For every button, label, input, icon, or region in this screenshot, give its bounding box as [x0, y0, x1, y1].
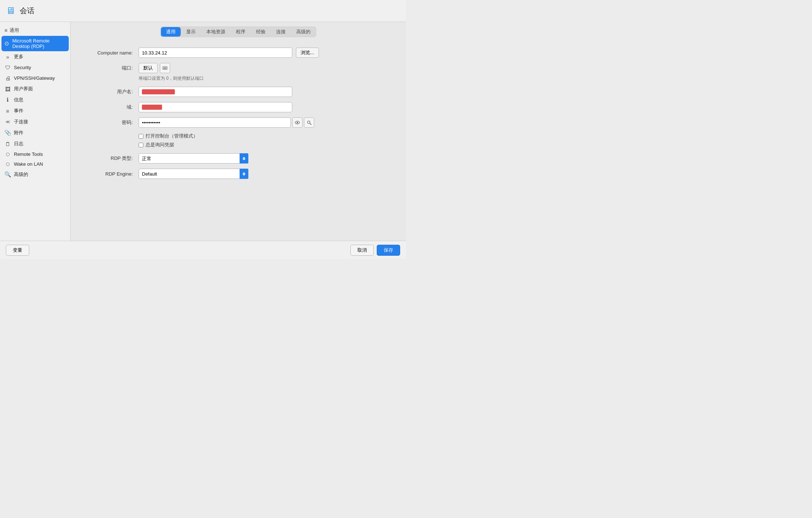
app-icon: 🖥	[6, 5, 15, 16]
svg-rect-4	[163, 68, 166, 69]
ask-credentials-checkbox-label: 总是询问凭据	[146, 142, 174, 148]
sidebar-item-info[interactable]: ℹ 信息	[0, 94, 70, 105]
ask-credentials-checkbox-row: 总是询问凭据	[139, 142, 391, 148]
sidebar-item-sub-label: 子连接	[14, 119, 28, 125]
rdp-type-row: RDP 类型: 正常 增强	[85, 153, 391, 164]
tab-local[interactable]: 本地资源	[201, 27, 230, 37]
port-hint-row: 将端口设置为 0，则使用默认端口	[85, 75, 391, 82]
rdp-icon: ⊙	[4, 40, 10, 47]
domain-input-wrapper[interactable]	[139, 102, 292, 112]
arrow-up-icon	[243, 157, 245, 158]
sidebar-item-ui-label: 用户界面	[14, 86, 33, 92]
password-row: 密码:	[85, 117, 391, 128]
console-checkbox[interactable]	[139, 134, 143, 139]
more-icon: »	[4, 54, 11, 60]
sidebar-item-remote-tools[interactable]: ⬡ Remote Tools	[0, 149, 70, 159]
tabs-bar: 通用 显示 本地资源 程序 经验 连接 高级的	[71, 22, 406, 40]
sidebar-item-security[interactable]: 🛡 Security	[0, 62, 70, 73]
rdp-engine-select[interactable]: Default FreeRDP Microsoft	[139, 169, 248, 179]
tab-experience[interactable]: 经验	[251, 27, 271, 37]
username-redacted	[142, 89, 175, 94]
svg-rect-3	[166, 67, 166, 68]
cancel-button[interactable]: 取消	[350, 245, 374, 256]
rdp-engine-arrow	[240, 169, 248, 179]
sidebar-item-advanced[interactable]: 🔍 高级的	[0, 169, 70, 180]
tab-connect[interactable]: 连接	[271, 27, 291, 37]
security-icon: 🛡	[4, 64, 11, 71]
tab-program[interactable]: 程序	[231, 27, 251, 37]
sidebar-item-sub[interactable]: ≪ 子连接	[0, 116, 70, 127]
bottom-bar: 变量 取消 保存	[0, 241, 406, 259]
svg-rect-1	[163, 67, 164, 68]
port-hint-text: 将端口设置为 0，则使用默认端口	[139, 75, 204, 82]
sidebar-item-rdp-label: Microsoft Remote Desktop (RDP)	[12, 38, 66, 49]
show-password-button[interactable]	[292, 117, 302, 128]
sidebar-item-vpn[interactable]: 🖨 VPN/SSH/Gateway	[0, 73, 70, 83]
main-layout: ≡ 通用 ⊙ Microsoft Remote Desktop (RDP) » …	[0, 22, 406, 241]
sidebar-item-attach-label: 附件	[14, 130, 23, 136]
domain-row: 域:	[85, 102, 391, 112]
sidebar-item-wol[interactable]: ⬡ Wake on LAN	[0, 159, 70, 169]
bottom-left-actions: 变量	[6, 245, 29, 256]
port-icon-button[interactable]	[160, 63, 170, 73]
sidebar-item-more-label: 更多	[14, 53, 23, 60]
remote-tools-icon: ⬡	[4, 152, 11, 157]
sidebar-item-ui[interactable]: 🖼 用户界面	[0, 83, 70, 94]
console-checkbox-row: 打开控制台（管理模式）	[139, 133, 391, 139]
domain-redacted	[142, 105, 162, 110]
port-default-button[interactable]: 默认	[139, 63, 158, 73]
username-input-wrapper[interactable]	[139, 87, 292, 97]
wol-icon: ⬡	[4, 162, 11, 167]
rdp-type-arrow	[240, 153, 248, 164]
sidebar-item-attach[interactable]: 📎 附件	[0, 127, 70, 138]
tab-general[interactable]: 通用	[161, 27, 181, 37]
sidebar-item-log[interactable]: 🗒 日志	[0, 138, 70, 149]
password-label: 密码:	[85, 119, 133, 126]
computer-name-input[interactable]	[139, 48, 292, 58]
sidebar-item-log-label: 日志	[14, 140, 23, 147]
sidebar-item-vpn-label: VPN/SSH/Gateway	[14, 75, 55, 81]
app-title: 会话	[20, 6, 34, 16]
rdp-type-label: RDP 类型:	[85, 155, 133, 162]
sidebar-item-info-label: 信息	[14, 97, 23, 103]
port-label: 端口:	[85, 65, 133, 71]
key-button[interactable]	[304, 117, 314, 128]
ask-credentials-checkbox[interactable]	[139, 143, 143, 147]
browse-button[interactable]: 浏览...	[296, 48, 319, 58]
variables-button[interactable]: 变量	[6, 245, 29, 256]
key-icon	[307, 120, 312, 125]
keyboard-icon	[162, 65, 168, 71]
password-controls	[139, 117, 314, 128]
password-input[interactable]	[139, 117, 291, 128]
sidebar-item-more[interactable]: » 更多	[0, 51, 70, 62]
ui-icon: 🖼	[4, 86, 11, 92]
tab-display[interactable]: 显示	[181, 27, 201, 37]
domain-label: 域:	[85, 104, 133, 110]
sidebar-header-general[interactable]: ≡ 通用	[0, 25, 70, 36]
rdp-engine-label: RDP Engine:	[85, 171, 133, 177]
rdp-type-select[interactable]: 正常 增强	[139, 153, 248, 164]
arrow-down-icon2	[243, 174, 245, 176]
sidebar-item-events[interactable]: ≡ 事件	[0, 105, 70, 116]
events-icon: ≡	[4, 108, 11, 114]
rdp-type-select-container: 正常 增强	[139, 153, 248, 164]
sidebar-item-remote-tools-label: Remote Tools	[14, 151, 43, 157]
advanced-sidebar-icon: 🔍	[4, 171, 11, 178]
svg-rect-2	[165, 67, 165, 68]
sub-icon: ≪	[4, 119, 11, 124]
title-bar: 🖥 会话	[0, 0, 406, 22]
eye-icon	[295, 121, 300, 124]
form-area: Computer name: 浏览... 端口: 默认	[71, 40, 406, 241]
sidebar-header-label: 通用	[10, 27, 19, 34]
bottom-right-actions: 取消 保存	[350, 245, 400, 256]
svg-point-7	[307, 121, 310, 123]
rdp-engine-row: RDP Engine: Default FreeRDP Microsoft	[85, 169, 391, 179]
tabs-container: 通用 显示 本地资源 程序 经验 连接 高级的	[160, 26, 316, 37]
save-button[interactable]: 保存	[377, 245, 400, 256]
username-label: 用户名:	[85, 89, 133, 95]
port-row: 端口: 默认	[85, 63, 391, 73]
content-area: 通用 显示 本地资源 程序 经验 连接 高级的 Computer name: 浏…	[71, 22, 406, 241]
tab-advanced[interactable]: 高级的	[291, 27, 316, 37]
menu-icon: ≡	[4, 27, 7, 33]
sidebar-item-rdp[interactable]: ⊙ Microsoft Remote Desktop (RDP)	[1, 36, 69, 51]
